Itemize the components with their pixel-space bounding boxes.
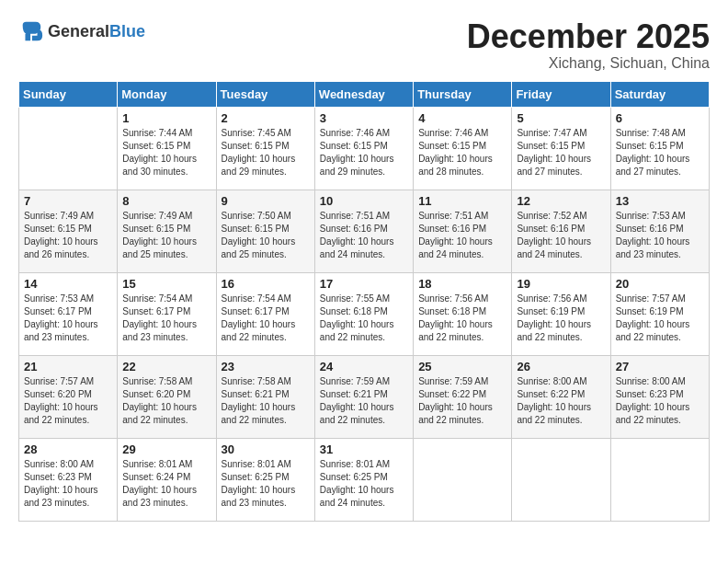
day-info: Sunrise: 7:57 AMSunset: 6:19 PMDaylight:… bbox=[616, 293, 704, 344]
logo-text: GeneralBlue bbox=[48, 22, 145, 41]
calendar-cell: 25Sunrise: 7:59 AMSunset: 6:22 PMDayligh… bbox=[414, 355, 512, 438]
day-info: Sunrise: 7:53 AMSunset: 6:17 PMDaylight:… bbox=[24, 293, 112, 344]
day-info: Sunrise: 7:56 AMSunset: 6:19 PMDaylight:… bbox=[517, 293, 605, 344]
day-info: Sunrise: 7:45 AMSunset: 6:15 PMDaylight:… bbox=[222, 127, 310, 178]
day-number: 9 bbox=[222, 194, 310, 208]
sunset-text: Sunset: 6:15 PM bbox=[222, 140, 310, 153]
day-info: Sunrise: 7:58 AMSunset: 6:20 PMDaylight:… bbox=[122, 375, 210, 427]
day-number: 6 bbox=[616, 111, 704, 125]
sunrise-text: Sunrise: 7:58 AM bbox=[122, 375, 210, 388]
day-info: Sunrise: 7:46 AMSunset: 6:15 PMDaylight:… bbox=[320, 127, 408, 178]
sunrise-text: Sunrise: 7:49 AM bbox=[24, 210, 112, 223]
sunrise-text: Sunrise: 7:49 AM bbox=[122, 210, 210, 223]
day-info: Sunrise: 7:49 AMSunset: 6:15 PMDaylight:… bbox=[24, 210, 112, 261]
header-day-sunday: Sunday bbox=[19, 81, 118, 107]
daylight-text: Daylight: 10 hoursand 22 minutes. bbox=[616, 401, 704, 427]
day-info: Sunrise: 7:44 AMSunset: 6:15 PMDaylight:… bbox=[122, 127, 210, 178]
calendar-cell: 10Sunrise: 7:51 AMSunset: 6:16 PMDayligh… bbox=[314, 190, 413, 272]
sunrise-text: Sunrise: 7:48 AM bbox=[616, 127, 704, 140]
day-info: Sunrise: 7:47 AMSunset: 6:15 PMDaylight:… bbox=[517, 127, 605, 178]
day-number: 17 bbox=[320, 277, 408, 291]
daylight-text: Daylight: 10 hoursand 24 minutes. bbox=[320, 484, 408, 510]
header-day-thursday: Thursday bbox=[414, 81, 512, 107]
daylight-text: Daylight: 10 hoursand 23 minutes. bbox=[24, 318, 112, 344]
daylight-text: Daylight: 10 hoursand 27 minutes. bbox=[616, 153, 704, 178]
daylight-text: Daylight: 10 hoursand 24 minutes. bbox=[320, 236, 408, 261]
day-number: 2 bbox=[222, 111, 310, 125]
calendar-cell: 5Sunrise: 7:47 AMSunset: 6:15 PMDaylight… bbox=[512, 107, 610, 190]
logo-icon bbox=[18, 18, 44, 44]
day-number: 29 bbox=[122, 442, 210, 456]
page-header: GeneralBlue December 2025 Xichang, Sichu… bbox=[18, 18, 710, 72]
sunset-text: Sunset: 6:15 PM bbox=[616, 140, 704, 153]
location: Xichang, Sichuan, China bbox=[467, 55, 710, 72]
sunset-text: Sunset: 6:16 PM bbox=[517, 223, 605, 236]
sunset-text: Sunset: 6:23 PM bbox=[24, 471, 112, 484]
calendar-cell: 18Sunrise: 7:56 AMSunset: 6:18 PMDayligh… bbox=[414, 272, 512, 355]
month-title: December 2025 bbox=[467, 18, 710, 55]
day-info: Sunrise: 8:01 AMSunset: 6:25 PMDaylight:… bbox=[222, 458, 310, 510]
sunset-text: Sunset: 6:15 PM bbox=[418, 140, 506, 153]
daylight-text: Daylight: 10 hoursand 23 minutes. bbox=[122, 318, 210, 344]
day-info: Sunrise: 7:48 AMSunset: 6:15 PMDaylight:… bbox=[616, 127, 704, 178]
calendar-cell: 16Sunrise: 7:54 AMSunset: 6:17 PMDayligh… bbox=[216, 272, 314, 355]
daylight-text: Daylight: 10 hoursand 22 minutes. bbox=[616, 318, 704, 344]
calendar-cell: 8Sunrise: 7:49 AMSunset: 6:15 PMDaylight… bbox=[118, 190, 216, 272]
day-number: 20 bbox=[616, 277, 704, 291]
day-info: Sunrise: 7:59 AMSunset: 6:21 PMDaylight:… bbox=[320, 375, 408, 427]
daylight-text: Daylight: 10 hoursand 22 minutes. bbox=[418, 318, 506, 344]
calendar-cell: 13Sunrise: 7:53 AMSunset: 6:16 PMDayligh… bbox=[610, 190, 709, 272]
daylight-text: Daylight: 10 hoursand 22 minutes. bbox=[122, 401, 210, 427]
sunset-text: Sunset: 6:20 PM bbox=[122, 388, 210, 401]
day-info: Sunrise: 7:52 AMSunset: 6:16 PMDaylight:… bbox=[517, 210, 605, 261]
daylight-text: Daylight: 10 hoursand 23 minutes. bbox=[616, 236, 704, 261]
day-number: 28 bbox=[24, 442, 112, 456]
calendar-cell bbox=[512, 438, 610, 521]
calendar-cell: 20Sunrise: 7:57 AMSunset: 6:19 PMDayligh… bbox=[610, 272, 709, 355]
sunrise-text: Sunrise: 7:57 AM bbox=[24, 375, 112, 388]
calendar-cell: 6Sunrise: 7:48 AMSunset: 6:15 PMDaylight… bbox=[610, 107, 709, 190]
calendar-cell: 2Sunrise: 7:45 AMSunset: 6:15 PMDaylight… bbox=[216, 107, 314, 190]
day-info: Sunrise: 8:01 AMSunset: 6:25 PMDaylight:… bbox=[320, 458, 408, 510]
day-info: Sunrise: 7:56 AMSunset: 6:18 PMDaylight:… bbox=[418, 293, 506, 344]
sunset-text: Sunset: 6:25 PM bbox=[222, 471, 310, 484]
day-number: 25 bbox=[418, 360, 506, 373]
daylight-text: Daylight: 10 hoursand 22 minutes. bbox=[320, 318, 408, 344]
day-number: 10 bbox=[320, 194, 408, 208]
day-number: 4 bbox=[418, 111, 506, 125]
header-day-monday: Monday bbox=[118, 81, 216, 107]
calendar-week-row: 1Sunrise: 7:44 AMSunset: 6:15 PMDaylight… bbox=[19, 107, 710, 190]
day-info: Sunrise: 8:01 AMSunset: 6:24 PMDaylight:… bbox=[122, 458, 210, 510]
daylight-text: Daylight: 10 hoursand 22 minutes. bbox=[517, 318, 605, 344]
day-info: Sunrise: 7:53 AMSunset: 6:16 PMDaylight:… bbox=[616, 210, 704, 261]
sunset-text: Sunset: 6:15 PM bbox=[222, 223, 310, 236]
calendar-cell: 19Sunrise: 7:56 AMSunset: 6:19 PMDayligh… bbox=[512, 272, 610, 355]
calendar-cell: 3Sunrise: 7:46 AMSunset: 6:15 PMDaylight… bbox=[314, 107, 413, 190]
header-day-wednesday: Wednesday bbox=[314, 81, 413, 107]
calendar-header-row: SundayMondayTuesdayWednesdayThursdayFrid… bbox=[19, 81, 710, 107]
sunset-text: Sunset: 6:21 PM bbox=[320, 388, 408, 401]
sunrise-text: Sunrise: 7:58 AM bbox=[222, 375, 310, 388]
day-info: Sunrise: 7:51 AMSunset: 6:16 PMDaylight:… bbox=[320, 210, 408, 261]
daylight-text: Daylight: 10 hoursand 24 minutes. bbox=[517, 236, 605, 261]
sunset-text: Sunset: 6:19 PM bbox=[616, 305, 704, 318]
calendar-cell: 22Sunrise: 7:58 AMSunset: 6:20 PMDayligh… bbox=[118, 355, 216, 438]
sunset-text: Sunset: 6:21 PM bbox=[222, 388, 310, 401]
day-info: Sunrise: 7:50 AMSunset: 6:15 PMDaylight:… bbox=[222, 210, 310, 261]
calendar-cell: 24Sunrise: 7:59 AMSunset: 6:21 PMDayligh… bbox=[314, 355, 413, 438]
calendar-cell: 31Sunrise: 8:01 AMSunset: 6:25 PMDayligh… bbox=[314, 438, 413, 521]
header-day-friday: Friday bbox=[512, 81, 610, 107]
sunset-text: Sunset: 6:19 PM bbox=[517, 305, 605, 318]
calendar-week-row: 14Sunrise: 7:53 AMSunset: 6:17 PMDayligh… bbox=[19, 272, 710, 355]
day-number: 26 bbox=[517, 360, 605, 373]
daylight-text: Daylight: 10 hoursand 22 minutes. bbox=[517, 401, 605, 427]
day-info: Sunrise: 7:54 AMSunset: 6:17 PMDaylight:… bbox=[222, 293, 310, 344]
sunrise-text: Sunrise: 8:01 AM bbox=[122, 458, 210, 471]
calendar-cell: 7Sunrise: 7:49 AMSunset: 6:15 PMDaylight… bbox=[19, 190, 118, 272]
daylight-text: Daylight: 10 hoursand 22 minutes. bbox=[222, 401, 310, 427]
sunrise-text: Sunrise: 7:59 AM bbox=[418, 375, 506, 388]
sunrise-text: Sunrise: 7:44 AM bbox=[122, 127, 210, 140]
daylight-text: Daylight: 10 hoursand 24 minutes. bbox=[418, 236, 506, 261]
calendar-cell: 21Sunrise: 7:57 AMSunset: 6:20 PMDayligh… bbox=[19, 355, 118, 438]
daylight-text: Daylight: 10 hoursand 25 minutes. bbox=[122, 236, 210, 261]
